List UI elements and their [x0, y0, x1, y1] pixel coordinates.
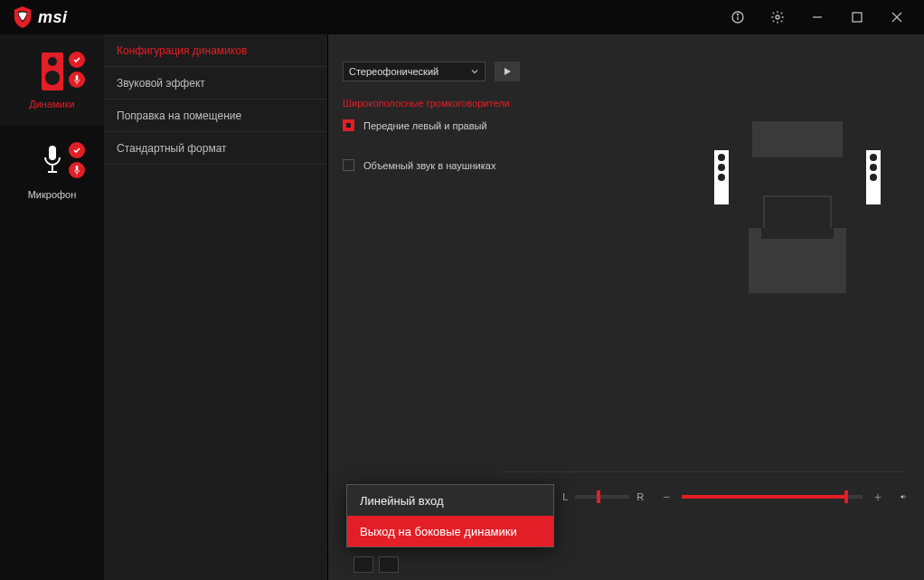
speaker-layout-diagram: [707, 121, 888, 311]
diagram-desk: [763, 195, 832, 228]
settings-nav: Конфигурация динамиков Звуковой эффект П…: [104, 34, 328, 580]
balance-right-label: R: [636, 491, 644, 502]
mic-badge-icon: [69, 162, 85, 178]
svg-rect-13: [75, 166, 78, 171]
device-microphone[interactable]: Микрофон: [0, 125, 104, 215]
svg-point-2: [737, 14, 738, 14]
maximize-button[interactable]: [837, 4, 877, 31]
content-pane: Стереофонический Широкополосные громкого…: [328, 34, 924, 580]
checkbox-headphone-surround-label: Объемный звук в наушниках: [363, 160, 495, 171]
microphone-icon: [41, 144, 64, 180]
speaker-config-select[interactable]: Стереофонический: [343, 62, 486, 81]
nav-default-format[interactable]: Стандартный формат: [104, 132, 327, 165]
close-button[interactable]: [877, 4, 917, 31]
svg-rect-12: [49, 146, 56, 160]
svg-rect-5: [853, 13, 862, 22]
diagram-chair: [749, 239, 846, 293]
output-device-popup: Линейный вход Выход на боковые динамики: [346, 484, 554, 547]
mic-badge-icon: [69, 71, 85, 88]
svg-point-3: [776, 15, 779, 19]
close-icon: [890, 10, 904, 24]
popup-item-line-in[interactable]: Линейный вход: [347, 485, 553, 516]
maximize-icon: [850, 10, 864, 24]
brand-logo: msi: [13, 5, 68, 29]
info-button[interactable]: [718, 4, 758, 31]
select-value: Стереофонический: [349, 66, 438, 77]
check-badge-icon: [69, 142, 85, 158]
msi-shield-icon: [13, 5, 33, 29]
brand-text: msi: [38, 8, 68, 27]
section-title: Широкополосные громкоговорители: [343, 98, 510, 109]
nav-sound-effect[interactable]: Звуковой эффект: [104, 67, 327, 100]
device-sidebar: Динамики Микрофон: [0, 34, 104, 580]
popup-item-side-speakers[interactable]: Выход на боковые динамики: [347, 516, 553, 547]
volume-bar: Главная громкость L R − +: [500, 471, 906, 499]
svg-point-10: [45, 71, 60, 85]
minimize-button[interactable]: [797, 4, 837, 31]
volume-slider[interactable]: [682, 495, 863, 499]
nav-speaker-config[interactable]: Конфигурация динамиков: [104, 34, 327, 67]
connector-icon-2[interactable]: [379, 556, 399, 573]
play-icon: [503, 67, 512, 76]
checkbox-front-lr[interactable]: [343, 119, 354, 131]
nav-room-correction[interactable]: Поправка на помещение: [104, 100, 327, 132]
diagram-speaker-right[interactable]: [866, 150, 881, 204]
svg-rect-11: [75, 75, 78, 81]
diagram-speaker-left[interactable]: [714, 150, 729, 204]
minimize-icon: [810, 10, 825, 24]
volume-decrease-button[interactable]: −: [660, 490, 673, 504]
device-speakers[interactable]: Динамики: [0, 34, 104, 125]
checkbox-headphone-surround[interactable]: [343, 159, 354, 171]
speaker-icon: [41, 52, 64, 91]
balance-left-label: L: [562, 491, 568, 502]
chevron-down-icon: [470, 67, 479, 76]
volume-increase-button[interactable]: +: [872, 490, 884, 504]
connector-icon-1[interactable]: [354, 556, 373, 573]
info-icon: [731, 10, 745, 24]
gear-icon: [770, 10, 785, 24]
checkbox-front-lr-label: Передние левый и правый: [363, 120, 487, 131]
balance-slider[interactable]: [575, 495, 629, 499]
settings-button[interactable]: [758, 4, 797, 31]
device-speakers-label: Динамики: [29, 99, 74, 109]
svg-point-9: [48, 57, 57, 66]
device-microphone-label: Микрофон: [28, 189, 77, 200]
speaker-volume-icon[interactable]: [900, 490, 906, 503]
balance-control: L R: [562, 491, 644, 502]
check-badge-icon: [69, 52, 85, 68]
play-test-button[interactable]: [495, 62, 520, 81]
diagram-monitor: [752, 121, 843, 157]
titlebar: msi: [0, 0, 924, 34]
